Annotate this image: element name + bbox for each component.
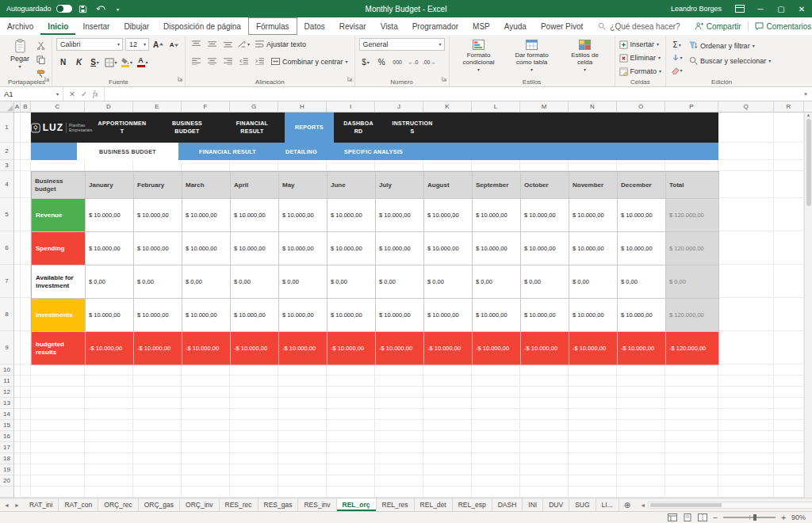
cell-B6[interactable] [21,231,31,265]
cell-Q18[interactable] [718,453,774,464]
row-header-11[interactable]: 11 [0,376,14,387]
cell-Q4[interactable] [718,171,774,198]
ribbon-display-options-icon[interactable] [730,0,750,17]
cell-P17[interactable] [665,442,718,453]
table-header-business-budget[interactable]: Business budget [32,172,86,199]
ribbon-tab-ayuda[interactable]: Ayuda [497,17,534,35]
sheet-tab-res-rec[interactable]: RES_rec [220,498,259,511]
row-header-5[interactable]: 5 [0,198,14,231]
column-header-B[interactable]: B [21,101,31,112]
cell-B20[interactable] [21,475,31,487]
cell-A18[interactable] [14,453,21,464]
table-header-november[interactable]: November [569,172,618,199]
fill-button[interactable]: ▾ [670,52,684,63]
ribbon-tab-msp[interactable]: MSP [465,17,497,35]
ribbon-tab-inicio[interactable]: Inicio [40,17,75,35]
value-cell[interactable]: $ 10.000,00 [231,299,279,332]
name-box[interactable]: A1 ▾ [0,87,63,101]
cell-D13[interactable] [85,398,133,409]
cell-R8[interactable] [774,298,804,331]
value-cell[interactable]: -$ 10.000,00 [569,332,618,365]
row-header-13[interactable]: 13 [0,398,14,409]
row-header-6[interactable]: 6 [0,231,14,265]
cell-Q19[interactable] [718,464,774,475]
cell-Q16[interactable] [718,431,774,442]
cell-P20[interactable] [665,475,718,487]
row-label-available-for-investment[interactable]: Available for investment [32,265,86,299]
cell-E17[interactable] [133,442,182,453]
cell-R15[interactable] [774,420,804,431]
cell-C14[interactable] [31,409,85,420]
cell-B17[interactable] [21,442,31,453]
cell-R4[interactable] [774,171,804,198]
cell-B13[interactable] [21,398,31,409]
value-cell[interactable]: $ 0,00 [618,265,666,299]
column-header-R[interactable]: R [774,101,804,112]
cell-L18[interactable] [472,453,520,464]
percent-style-button[interactable]: % [375,56,389,68]
value-cell[interactable]: $ 10.000,00 [327,199,376,232]
subnav-tab-financial-result[interactable]: FINANCIAL RESULT [178,143,277,160]
sheet-tab-rat-con[interactable]: RAT_con [59,498,98,511]
cell-B1[interactable] [21,113,31,143]
undo-icon[interactable] [94,2,107,15]
cell-K12[interactable] [423,387,472,398]
sheet-tab-rel-res[interactable]: REL_res [377,498,415,511]
row-header-18[interactable]: 18 [0,453,14,464]
cell-C15[interactable] [31,420,85,431]
cell-D12[interactable] [85,387,133,398]
cell-A14[interactable] [14,409,21,420]
cell-A20[interactable] [14,475,21,487]
value-cell[interactable]: $ 10.000,00 [521,232,569,265]
cell-M10[interactable] [520,365,569,376]
value-cell[interactable]: $ 10.000,00 [182,232,231,265]
align-top-button[interactable] [190,38,203,50]
cell-P10[interactable] [665,365,718,376]
cell-N17[interactable] [569,442,617,453]
total-cell[interactable]: $ 120.000,00 [666,232,719,265]
tabs-scroll-right-icon[interactable]: ► [14,502,20,508]
cell-B15[interactable] [21,420,31,431]
cell-K16[interactable] [423,431,472,442]
value-cell[interactable]: $ 10.000,00 [473,232,521,265]
cell-G15[interactable] [230,420,278,431]
column-header-P[interactable]: P [665,101,718,112]
value-cell[interactable]: -$ 10.000,00 [182,332,231,365]
cell-P16[interactable] [665,431,718,442]
cell-L12[interactable] [472,387,520,398]
insert-function-button[interactable]: fx [93,90,98,98]
cell-O20[interactable] [617,475,665,487]
value-cell[interactable]: $ 10.000,00 [134,199,182,232]
subnav-tab-detailing[interactable]: DETAILING [277,143,326,160]
format-as-table-button[interactable]: Dar formato como tabla ▾ [507,38,557,74]
cell-H15[interactable] [278,420,327,431]
cell-E3[interactable] [133,160,182,171]
cell-G17[interactable] [230,442,278,453]
value-cell[interactable]: $ 0,00 [86,265,134,299]
cell-K10[interactable] [423,365,472,376]
table-header-september[interactable]: September [473,172,521,199]
page-layout-view-icon[interactable] [683,513,692,521]
cell-M20[interactable] [520,475,569,487]
cell-R11[interactable] [774,376,804,387]
value-cell[interactable]: $ 10.000,00 [618,199,666,232]
cell-L11[interactable] [472,376,520,387]
cut-button[interactable] [34,40,48,52]
autosum-button[interactable]: Σ▾ [670,39,684,51]
column-header-K[interactable]: K [423,101,472,112]
cell-F15[interactable] [182,420,230,431]
italic-button[interactable]: K [72,56,86,68]
cell-J16[interactable] [375,431,423,442]
nav-item-apportionment[interactable]: APPORTIONMENT [90,113,155,143]
value-cell[interactable]: -$ 10.000,00 [279,332,327,365]
column-header-F[interactable]: F [182,101,230,112]
cell-R6[interactable] [774,231,804,265]
cell-Q5[interactable] [718,198,774,231]
cell-B9[interactable] [21,331,31,365]
sheet-tab-ini[interactable]: INI [523,498,543,511]
cell-B5[interactable] [21,198,31,231]
merge-center-button[interactable]: Combinar y centrar ▾ [269,55,350,67]
row-header-12[interactable]: 12 [0,387,14,398]
ribbon-tab-f-rmulas[interactable]: Fórmulas [248,17,297,35]
cell-I18[interactable] [327,453,375,464]
